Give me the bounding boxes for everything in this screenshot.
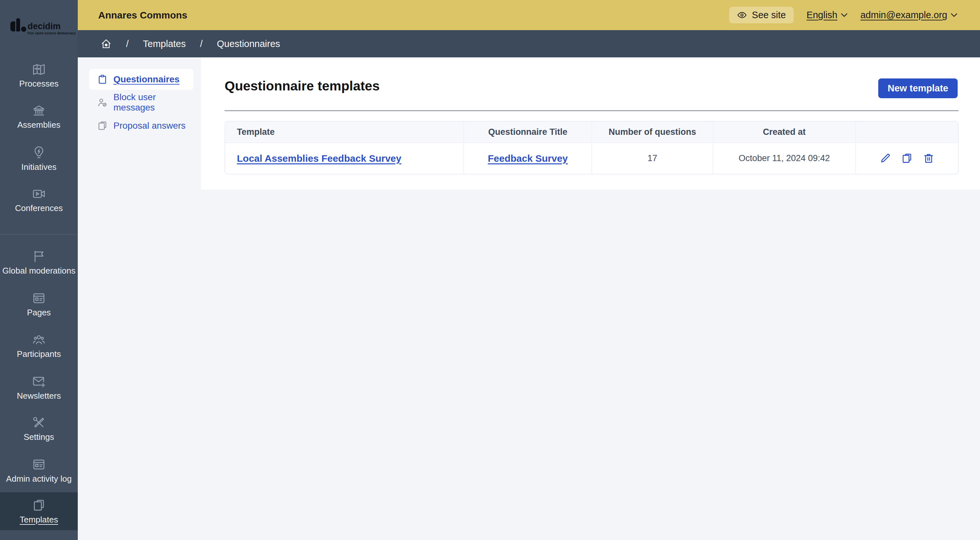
subnav-item-questionnaires[interactable]: Questionnaires	[89, 69, 194, 90]
sidebar-item-label: Templates	[20, 515, 58, 525]
sidebar-item-global-moderations[interactable]: Global moderations	[0, 244, 78, 281]
delete-button[interactable]	[923, 152, 935, 164]
logo-bar	[10, 21, 15, 32]
sidebar-item-label: Assemblies	[18, 120, 60, 130]
breadcrumb-questionnaires[interactable]: Questionnaires	[217, 38, 280, 49]
sidebar-item-settings[interactable]: Settings	[0, 410, 78, 448]
subnav-item-block-user-messages[interactable]: Block user messages	[89, 93, 194, 112]
created-at-cell: October 11, 2024 09:42	[713, 142, 856, 174]
topbar-actions: See site English admin@example.org	[729, 7, 957, 23]
sidebar-item-newsletters[interactable]: Newsletters	[0, 368, 78, 406]
title-divider	[224, 110, 959, 111]
breadcrumb-separator: /	[126, 38, 129, 49]
sidebar-item-label: Participants	[17, 349, 61, 359]
sidebar-item-label: Admin activity log	[6, 474, 72, 484]
organization-title: Annares Commons	[98, 10, 187, 21]
file-copy-icon	[901, 152, 913, 164]
home-icon	[100, 38, 112, 49]
column-header-actions	[855, 121, 958, 142]
account-dropdown[interactable]: admin@example.org	[861, 10, 957, 21]
subnav-item-label: Proposal answers	[113, 121, 186, 131]
column-header-number-of-questions: Number of questions	[592, 121, 712, 142]
sidebar-item-label: Global moderations	[2, 266, 75, 276]
see-site-label: See site	[752, 10, 786, 21]
sidebar-item-participants[interactable]: Participants	[0, 327, 78, 365]
edit-button[interactable]	[879, 152, 891, 164]
template-cell: Local Assemblies Feedback Survey	[225, 142, 463, 174]
sidebar-item-processes[interactable]: Processes	[0, 56, 78, 94]
logo-tagline: free open-source democracy	[27, 31, 76, 35]
table-row: Local Assemblies Feedback Survey Feedbac…	[225, 142, 958, 174]
account-label: admin@example.org	[861, 10, 947, 21]
sidebar-item-assemblies[interactable]: Assemblies	[0, 97, 78, 135]
sidebar-item-label: Newsletters	[17, 391, 61, 401]
file-copy-icon	[32, 498, 46, 513]
sidebar-item-admin-activity-log[interactable]: Admin activity log	[0, 451, 78, 489]
tools-icon	[32, 416, 46, 430]
row-actions	[856, 152, 958, 164]
breadcrumb-templates[interactable]: Templates	[143, 38, 186, 49]
new-template-button[interactable]: New template	[878, 78, 958, 98]
logo-bar	[16, 18, 20, 32]
bank-icon	[32, 104, 46, 118]
trash-icon	[923, 152, 935, 164]
see-site-button[interactable]: See site	[729, 7, 794, 23]
duplicate-button[interactable]	[901, 152, 913, 164]
mail-add-icon	[32, 374, 46, 389]
sidebar-item-conferences[interactable]: Conferences	[0, 181, 78, 219]
sidebar-item-label: Processes	[19, 79, 58, 89]
chevron-down-icon	[951, 13, 957, 17]
chevron-down-icon	[841, 13, 848, 17]
column-header-created-at: Created at	[713, 121, 856, 142]
pencil-icon	[879, 152, 891, 164]
page-title: Questionnaire templates	[224, 79, 380, 93]
lightbulb-flash-icon	[32, 145, 46, 160]
clipboard-icon	[97, 74, 108, 85]
language-dropdown[interactable]: English	[807, 10, 848, 21]
logo-dot	[21, 27, 26, 32]
subnav-item-label: Block user messages	[113, 92, 194, 113]
subnav-item-label: Questionnaires	[113, 74, 180, 84]
window-icon	[32, 457, 46, 472]
sidebar-item-pages[interactable]: Pages	[0, 285, 78, 323]
templates-table: Template Questionnaire Title Number of q…	[224, 121, 959, 174]
video-camera-icon	[32, 187, 46, 201]
file-copy-icon	[97, 120, 108, 131]
sidebar-divider	[0, 234, 78, 235]
breadcrumb-separator: /	[200, 38, 202, 49]
sidebar-item-label: Pages	[27, 307, 51, 318]
window-icon	[32, 291, 46, 305]
template-link[interactable]: Local Assemblies Feedback Survey	[237, 153, 401, 164]
team-icon	[32, 333, 46, 347]
column-header-questionnaire-title: Questionnaire Title	[463, 121, 592, 142]
sidebar-item-templates[interactable]: Templates	[0, 492, 78, 530]
sidebar-item-label: Conferences	[15, 203, 62, 213]
map-icon	[32, 62, 46, 76]
topbar: Annares Commons See site English admin@e…	[78, 0, 980, 30]
user-block-icon	[97, 97, 108, 108]
decidim-logo: decidim free open-source democracy	[10, 18, 72, 36]
logo-brand: decidim	[27, 22, 60, 31]
questionnaire-title-cell: Feedback Survey	[463, 142, 592, 174]
column-header-template: Template	[225, 121, 463, 142]
content-area: Questionnaires Block user messages Propo…	[78, 57, 980, 540]
home-breadcrumb-link[interactable]	[100, 38, 112, 49]
templates-table-wrapper: Template Questionnaire Title Number of q…	[224, 121, 959, 174]
eye-icon	[737, 10, 747, 20]
sidebar-item-label: Initiatives	[21, 162, 56, 172]
subnav-item-proposal-answers[interactable]: Proposal answers	[89, 116, 194, 135]
questionnaire-title-link[interactable]: Feedback Survey	[488, 153, 568, 164]
admin-sidebar: decidim free open-source democracy Proce…	[0, 0, 78, 540]
table-header-row: Template Questionnaire Title Number of q…	[225, 121, 958, 142]
flag-icon	[32, 249, 46, 263]
breadcrumb: / Templates / Questionnaires	[78, 30, 980, 57]
sidebar-item-label: Settings	[24, 432, 54, 442]
number-of-questions-cell: 17	[592, 142, 712, 174]
actions-cell	[855, 142, 958, 174]
language-label: English	[807, 10, 837, 21]
sidebar-item-initiatives[interactable]: Initiatives	[0, 140, 78, 178]
